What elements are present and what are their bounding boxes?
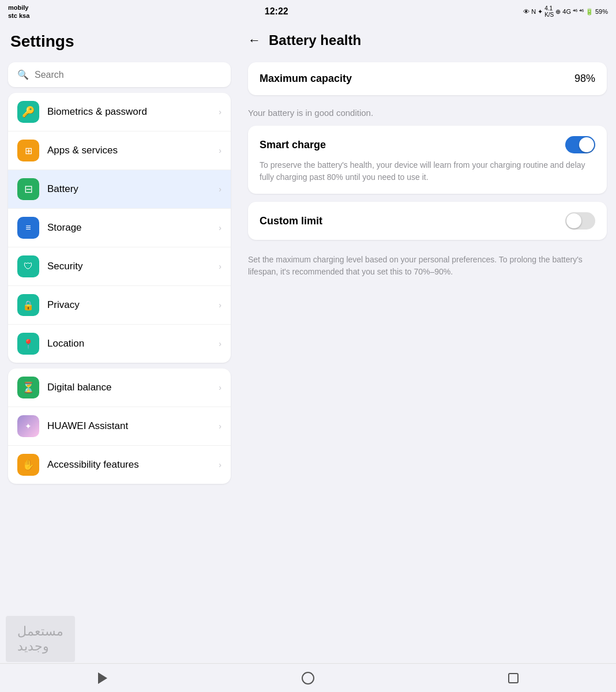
apps-chevron-icon: › bbox=[219, 146, 221, 155]
custom-limit-toggle[interactable] bbox=[565, 212, 595, 230]
sidebar-item-security[interactable]: 🛡 Security › bbox=[8, 247, 231, 286]
toggle-thumb bbox=[579, 137, 594, 152]
max-capacity-value: 98% bbox=[574, 73, 595, 85]
search-bar[interactable]: 🔍 bbox=[8, 62, 231, 87]
carrier1: mobily bbox=[8, 3, 29, 12]
back-nav-icon bbox=[98, 672, 107, 684]
back-arrow-icon[interactable]: ← bbox=[248, 33, 261, 48]
smart-charge-toggle[interactable] bbox=[565, 136, 595, 153]
settings-title: Settings bbox=[8, 29, 231, 57]
accessibility-icon: ✋ bbox=[17, 454, 39, 476]
location-icon: 📍 bbox=[17, 333, 39, 355]
privacy-icon: 🔒 bbox=[17, 294, 39, 316]
custom-limit-card: Custom limit bbox=[248, 202, 607, 240]
settings-group-2: ⏳ Digital balance › ✦ HUAWEI Assistant ›… bbox=[8, 368, 231, 484]
eye-icon: 👁 bbox=[523, 8, 529, 15]
recent-nav-icon bbox=[508, 673, 519, 683]
bt-icon: ✦ bbox=[538, 8, 543, 16]
apps-label: Apps & services bbox=[47, 145, 211, 156]
security-chevron-icon: › bbox=[219, 262, 221, 271]
nav-recent-button[interactable] bbox=[505, 670, 521, 686]
sidebar-item-huawei-assistant[interactable]: ✦ HUAWEI Assistant › bbox=[8, 407, 231, 446]
wifi-icon: ⊕ bbox=[555, 8, 561, 16]
sidebar-item-digital-balance[interactable]: ⏳ Digital balance › bbox=[8, 368, 231, 407]
search-input[interactable] bbox=[35, 70, 221, 80]
smart-charge-label: Smart charge bbox=[260, 139, 326, 151]
digital-balance-icon: ⏳ bbox=[17, 377, 39, 398]
battery-percent: 59% bbox=[595, 8, 608, 15]
battery-icon: 🔋 bbox=[585, 8, 594, 16]
storage-chevron-icon: › bbox=[219, 223, 221, 232]
search-icon: 🔍 bbox=[17, 69, 29, 80]
location-chevron-icon: › bbox=[219, 339, 221, 348]
smart-charge-description: To preserve the battery's health, your d… bbox=[260, 159, 595, 183]
carrier2: stc ksa bbox=[8, 12, 29, 20]
digital-balance-label: Digital balance bbox=[47, 382, 211, 393]
data-speed: 4.1K/S bbox=[544, 5, 554, 18]
accessibility-label: Accessibility features bbox=[47, 459, 211, 471]
right-header: ← Battery health bbox=[248, 29, 607, 54]
location-label: Location bbox=[47, 338, 211, 349]
sidebar-item-apps[interactable]: ⊞ Apps & services › bbox=[8, 131, 231, 170]
custom-limit-label: Custom limit bbox=[260, 215, 322, 227]
nav-back-button[interactable] bbox=[95, 670, 111, 686]
watermark: مستعملوجديد bbox=[6, 616, 75, 662]
smart-charge-card: Smart charge To preserve the battery's h… bbox=[248, 126, 607, 194]
right-panel-title: Battery health bbox=[269, 32, 361, 48]
nfc-icon: N bbox=[531, 8, 536, 15]
main-layout: Settings 🔍 🔑 Biometrics & password › ⊞ A… bbox=[0, 23, 616, 663]
sidebar-item-accessibility[interactable]: ✋ Accessibility features › bbox=[8, 446, 231, 484]
status-right-icons: 👁 N ✦ 4.1K/S ⊕ 4G ⁴⁶ ⁴⁶ 🔋 59% bbox=[523, 5, 608, 18]
custom-limit-row: Custom limit bbox=[260, 212, 595, 230]
accessibility-chevron-icon: › bbox=[219, 460, 221, 469]
storage-icon: ≡ bbox=[17, 217, 39, 239]
security-icon: 🛡 bbox=[17, 255, 39, 277]
carrier-info: mobily stc ksa bbox=[8, 3, 29, 20]
sidebar-item-privacy[interactable]: 🔒 Privacy › bbox=[8, 286, 231, 325]
signal-4g: 4G bbox=[562, 8, 571, 15]
custom-limit-description: Set the maximum charging level based on … bbox=[248, 254, 607, 278]
storage-label: Storage bbox=[47, 222, 211, 234]
status-bar: mobily stc ksa 12:22 👁 N ✦ 4.1K/S ⊕ 4G ⁴… bbox=[0, 0, 616, 23]
privacy-label: Privacy bbox=[47, 299, 211, 311]
max-capacity-label: Maximum capacity bbox=[260, 73, 352, 85]
huawei-assistant-chevron-icon: › bbox=[219, 422, 221, 431]
custom-limit-toggle-thumb bbox=[566, 213, 581, 228]
max-capacity-row: Maximum capacity 98% bbox=[260, 73, 595, 85]
battery-chevron-icon: › bbox=[219, 185, 221, 194]
huawei-assistant-label: HUAWEI Assistant bbox=[47, 420, 211, 432]
nav-home-button[interactable] bbox=[300, 670, 316, 686]
bottom-nav bbox=[0, 663, 616, 692]
sidebar-item-battery[interactable]: ⊟ Battery › bbox=[8, 170, 231, 209]
privacy-chevron-icon: › bbox=[219, 300, 221, 310]
biometrics-icon: 🔑 bbox=[17, 101, 39, 123]
security-label: Security bbox=[47, 261, 211, 272]
signal-46-2: ⁴⁶ bbox=[579, 8, 584, 16]
home-nav-icon bbox=[302, 672, 314, 685]
smart-charge-row: Smart charge bbox=[260, 136, 595, 153]
sidebar-item-storage[interactable]: ≡ Storage › bbox=[8, 209, 231, 247]
battery-label: Battery bbox=[47, 183, 211, 195]
status-icons: 👁 N ✦ 4.1K/S ⊕ 4G ⁴⁶ ⁴⁶ 🔋 59% bbox=[523, 5, 608, 18]
sidebar-item-location[interactable]: 📍 Location › bbox=[8, 325, 231, 363]
right-panel: ← Battery health Maximum capacity 98% Yo… bbox=[239, 23, 616, 663]
sidebar-item-biometrics[interactable]: 🔑 Biometrics & password › bbox=[8, 93, 231, 131]
biometrics-label: Biometrics & password bbox=[47, 106, 211, 118]
left-panel: Settings 🔍 🔑 Biometrics & password › ⊞ A… bbox=[0, 23, 239, 663]
settings-group-1: 🔑 Biometrics & password › ⊞ Apps & servi… bbox=[8, 93, 231, 363]
battery-list-icon: ⊟ bbox=[17, 178, 39, 200]
battery-status-text: Your battery is in good condition. bbox=[248, 108, 607, 118]
huawei-assistant-icon: ✦ bbox=[17, 415, 39, 437]
digital-balance-chevron-icon: › bbox=[219, 383, 221, 392]
status-time: 12:22 bbox=[265, 6, 288, 17]
apps-icon: ⊞ bbox=[17, 140, 39, 161]
signal-46-1: ⁴⁶ bbox=[573, 8, 577, 16]
max-capacity-card: Maximum capacity 98% bbox=[248, 62, 607, 95]
biometrics-chevron-icon: › bbox=[219, 107, 221, 116]
